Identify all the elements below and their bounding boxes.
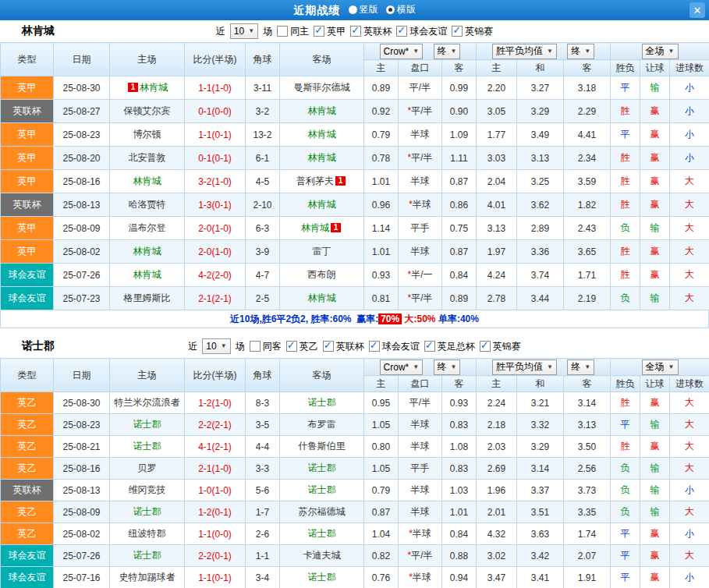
result-wdl: 平 <box>611 567 640 588</box>
league-badge: 英甲 <box>1 217 54 240</box>
league-filter-checkbox[interactable]: 英锦赛 <box>480 340 521 353</box>
league-filter-checkbox[interactable]: 英联杯 <box>350 25 392 38</box>
avg-odds-home: 2.24 <box>477 392 517 414</box>
league-filter-checkbox[interactable]: 球会友谊 <box>369 340 420 353</box>
match-date: 25-08-23 <box>54 123 110 147</box>
odds-final-select[interactable]: 终▼ <box>434 44 461 59</box>
red-card-badge: 1 <box>335 176 346 186</box>
col-header-score: 比分(半场) <box>185 43 246 76</box>
handicap-odds-home: 1.05 <box>364 458 399 480</box>
avg-odds-home: 2.18 <box>477 414 517 436</box>
corners: 2-5 <box>246 287 280 310</box>
match-score: 1-3(0-1) <box>185 193 246 217</box>
handicap-odds-home: 1.01 <box>364 240 399 264</box>
away-team-cell: 诺士郡 <box>280 567 364 588</box>
corners: 3-11 <box>246 76 280 100</box>
avg-odds-away: 3.18 <box>564 76 611 100</box>
avg-odds-select[interactable]: 胜平负均值▼ <box>492 44 557 59</box>
section-lincoln-city: 林肯城 近 10 ▼ 场 同主 英甲英联杯球会友谊英锦赛 <box>0 20 709 328</box>
handicap-odds-home: 0.82 <box>364 545 399 567</box>
fulltime-scope-select[interactable]: 全场▼ <box>642 44 679 59</box>
handicap-odds-away: 1.01 <box>442 501 477 523</box>
avg-final-select[interactable]: 终▼ <box>567 360 594 375</box>
avg-odds-draw: 2.89 <box>517 217 564 240</box>
same-venue-checkbox[interactable]: 同主 <box>277 25 309 38</box>
avg-odds-draw: 3.29 <box>517 436 564 458</box>
odds-provider-select[interactable]: Crow*▼ <box>380 44 424 59</box>
same-venue-checkbox[interactable]: 同客 <box>250 340 282 353</box>
league-filter-checkbox[interactable]: 英甲 <box>314 25 346 38</box>
match-date: 25-08-27 <box>54 100 110 123</box>
away-team-cell: 林肯城 <box>280 100 364 123</box>
handicap-text: 平/半 <box>411 550 432 561</box>
result-handicap: 输 <box>640 501 670 523</box>
avg-final-select[interactable]: 终▼ <box>567 44 594 59</box>
layout-horizontal-radio[interactable]: 横版 <box>386 3 416 16</box>
col-header-home: 主场 <box>110 43 185 76</box>
checkbox-icon <box>277 26 288 37</box>
league-filter-checkbox[interactable]: 英联杯 <box>323 340 364 353</box>
avg-odds-draw: 3.27 <box>517 76 564 100</box>
match-row: 英联杯25-08-13维冈竞技1-0(1-0)5-6诺士郡0.79半球1.031… <box>1 480 709 501</box>
league-filter-checkbox[interactable]: 英足总杯 <box>424 340 475 353</box>
red-card-badge: 1 <box>128 83 138 92</box>
league-filter-label: 英甲 <box>327 25 346 38</box>
fulltime-scope-select[interactable]: 全场▼ <box>642 360 679 375</box>
recent-count-select[interactable]: 10 ▼ <box>230 23 258 39</box>
odds-final-value: 终 <box>438 44 447 58</box>
odds-provider-select[interactable]: Crow*▼ <box>380 360 424 375</box>
home-team-cell: 诺士郡 <box>110 501 185 523</box>
handicap-odds-home: 0.89 <box>364 76 399 100</box>
home-team-cell: 林肯城 <box>110 240 185 264</box>
layout-vertical-radio[interactable]: 竖版 <box>349 3 378 16</box>
avg-odds-away: 1.71 <box>564 264 611 287</box>
match-date: 25-08-13 <box>54 480 110 501</box>
handicap-odds-home: 0.78 <box>364 147 399 170</box>
handicap-odds-home: 1.14 <box>364 217 399 240</box>
avg-odds-draw: 3.13 <box>517 147 564 170</box>
avg-odds-select[interactable]: 胜平负均值▼ <box>492 360 557 375</box>
summary-bar: 近10场,胜6平2负2, 胜率:60% 赢率:70% 大:50% 单率:40% <box>0 310 709 328</box>
odds-final-select[interactable]: 终▼ <box>434 360 461 375</box>
close-button[interactable]: ✕ <box>690 2 705 18</box>
home-team-cell: 纽波特郡 <box>110 523 185 545</box>
result-wdl: 胜 <box>611 392 640 414</box>
result-goals: 大 <box>670 392 709 414</box>
fulltime-scope-value: 全场 <box>646 44 665 58</box>
result-goals: 大 <box>670 193 709 217</box>
home-team-cell: 博尔顿 <box>110 123 185 147</box>
result-handicap: 输 <box>640 76 670 100</box>
table-head: 类型 日期 主场 比分(半场) 角球 客场 Crow*▼ 终▼ 胜平负均值▼ 终… <box>1 359 709 392</box>
result-wdl: 平 <box>611 523 640 545</box>
league-badge: 英乙 <box>1 414 54 436</box>
red-card-badge: 1 <box>331 223 341 232</box>
team-label: 纽波特郡 <box>129 528 166 539</box>
sub-header-avg-home: 主 <box>477 376 517 392</box>
result-goals: 小 <box>670 567 709 588</box>
team-label: 格里姆斯比 <box>124 292 171 303</box>
league-filter-checkbox[interactable]: 英锦赛 <box>452 25 493 38</box>
handicap-odds-away: 1.03 <box>442 480 477 501</box>
col-header-home: 主场 <box>110 359 185 392</box>
avg-odds-away: 2.56 <box>564 458 611 480</box>
near-label: 近 <box>188 340 197 353</box>
result-wdl: 胜 <box>611 147 640 170</box>
handicap-odds-home: 0.93 <box>364 264 399 287</box>
recent-count-select[interactable]: 10 ▼ <box>202 338 230 354</box>
handicap-text: 半球 <box>413 528 431 539</box>
league-badge: 英联杯 <box>1 100 54 123</box>
handicap-line: 平手 <box>399 217 442 240</box>
result-handicap: 赢 <box>640 240 670 264</box>
home-team-cell: 保顿艾尔宾 <box>110 100 185 123</box>
team-label: 苏尔福德城 <box>299 506 346 517</box>
avg-odds-home: 4.32 <box>477 523 517 545</box>
avg-odds-home: 2.04 <box>477 170 517 193</box>
page-title: 近期战绩 <box>293 4 340 16</box>
league-badge: 英乙 <box>1 458 54 480</box>
match-row: 英甲25-08-20北安普敦0-1(0-1)6-1林肯城0.78*平/半1.11… <box>1 147 709 170</box>
league-filter-checkbox[interactable]: 英乙 <box>286 340 318 353</box>
avg-odds-draw: 3.21 <box>517 392 564 414</box>
match-score: 1-0(1-0) <box>185 480 246 501</box>
league-filter-checkbox[interactable]: 球会友谊 <box>396 25 447 38</box>
home-team-cell: 格里姆斯比 <box>110 287 185 310</box>
